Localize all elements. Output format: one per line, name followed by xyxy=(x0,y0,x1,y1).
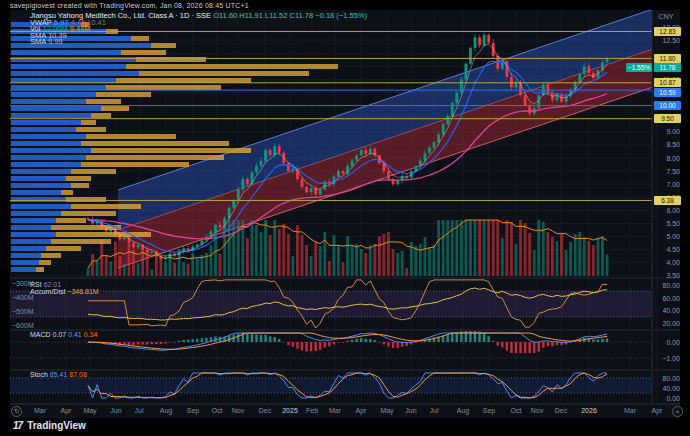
time-axis-label: Jul xyxy=(135,407,144,414)
price-tick: 3.50 xyxy=(648,272,680,279)
chart-overlay: Jiangsu Yahong Meditech Co., Ltd. Class … xyxy=(0,0,690,436)
time-axis-label: Nov xyxy=(232,407,244,414)
price-tick: 5.00 xyxy=(648,233,680,240)
tradingview-logo[interactable]: 17 TradingView xyxy=(13,421,86,431)
time-axis-label: Aug xyxy=(160,407,172,414)
time-axis-label: Feb xyxy=(306,407,318,414)
time-axis-label: Aug xyxy=(457,407,469,414)
price-change-badge: −1.55% xyxy=(626,63,652,72)
price-level-badge: 12.83 xyxy=(654,27,681,36)
legend-value: 9.44M xyxy=(70,24,91,33)
time-axis-label: Oct xyxy=(212,407,223,414)
left-scale-tick: −600M xyxy=(12,322,34,329)
price-level-badge: 6.38 xyxy=(654,196,681,205)
price-tick: 8.50 xyxy=(648,141,680,148)
legend-value: 0.34 xyxy=(84,331,98,338)
price-tick: 7.00 xyxy=(648,181,680,188)
price-tick: 4.00 xyxy=(648,259,680,266)
price-level-badge: 10.87 xyxy=(654,78,681,87)
tradingview-logo-text: TradingView xyxy=(27,421,86,431)
legend-label: MACD xyxy=(30,331,53,338)
price-level-badge: 9.50 xyxy=(654,114,681,123)
indicator-legend-row[interactable]: Stoch 85.41 87.08 xyxy=(30,371,87,378)
legend-value: 85.41 xyxy=(50,371,69,378)
ohlc-close: C11.78 xyxy=(290,11,314,20)
time-axis-label: Jun xyxy=(110,407,121,414)
time-axis-label: Oct xyxy=(511,407,522,414)
time-axis-label: Dec xyxy=(555,407,567,414)
time-axis-label: Apr xyxy=(652,407,663,414)
rsi-scale-tick: 20.00 xyxy=(648,320,680,327)
legend-label: Stoch xyxy=(30,371,50,378)
stoch-scale-tick: 0.00 xyxy=(648,395,680,402)
rsi-scale-tick: 80.00 xyxy=(648,282,680,289)
price-level-badge: 10.59 xyxy=(654,88,681,97)
indicator-legend-row[interactable]: Accum/Dist −346.81M xyxy=(30,288,99,295)
indicator-legend-row[interactable]: SMA 9.99 xyxy=(30,37,63,46)
rsi-scale-tick: 40.00 xyxy=(648,307,680,314)
macd-scale-tick: 0.00 xyxy=(648,339,680,346)
time-axis-label: May xyxy=(83,407,96,414)
time-axis-label: Nov xyxy=(531,407,543,414)
price-tick: 7.50 xyxy=(648,168,680,175)
indicator-legend-row[interactable]: MACD 0.07 0.41 0.34 xyxy=(30,331,97,338)
rsi-scale-tick: 60.00 xyxy=(648,295,680,302)
time-axis-label: Apr xyxy=(356,407,367,414)
legend-value: 87.08 xyxy=(69,371,87,378)
price-tick: 12.50 xyxy=(648,37,680,44)
time-axis-label: 2026 xyxy=(581,407,597,414)
replay-icon[interactable]: ↻ xyxy=(11,406,22,417)
price-level-badge: 11.80 xyxy=(654,54,681,63)
time-axis-label: Sep xyxy=(483,407,495,414)
ohlc-low: L11.52 xyxy=(265,11,287,20)
last-price-badge: 11.78 xyxy=(654,63,681,72)
stoch-scale-tick: 40.00 xyxy=(648,385,680,392)
stoch-scale-tick: 80.00 xyxy=(648,375,680,382)
time-axis-label: Dec xyxy=(259,407,271,414)
time-axis-label: Jul xyxy=(430,407,439,414)
time-axis-label: Apr xyxy=(61,407,72,414)
ohlc-high: H11.91 xyxy=(239,11,263,20)
left-scale-tick: −500M xyxy=(12,308,34,315)
left-scale-tick: −400M xyxy=(12,294,34,301)
price-level-badge: 10.00 xyxy=(654,101,681,110)
macd-scale-tick: −1.00 xyxy=(648,355,680,362)
ohlc-change: −0.18 (−1.55%) xyxy=(315,11,367,20)
time-axis-label: Mar xyxy=(624,407,636,414)
tradingview-logo-icon: 17 xyxy=(13,421,22,431)
screenshot-root: savepigiovest created with TradingView.c… xyxy=(0,0,690,436)
price-tick: 5.50 xyxy=(648,220,680,227)
legend-value: 9.99 xyxy=(48,37,63,46)
price-tick: 4.50 xyxy=(648,246,680,253)
legend-label: SMA xyxy=(30,37,48,46)
legend-label: Accum/Dist xyxy=(30,288,67,295)
legend-value: 0.41 xyxy=(68,331,84,338)
legend-value: 0.07 xyxy=(53,331,69,338)
price-tick: 6.00 xyxy=(648,207,680,214)
price-tick: 9.00 xyxy=(648,128,680,135)
ohlc-open: O11.60 xyxy=(213,11,237,20)
time-axis-label: May xyxy=(380,407,393,414)
time-axis-label: Mar xyxy=(329,407,341,414)
go-to-latest-icon[interactable]: » xyxy=(672,406,683,417)
legend-value: −346.81M xyxy=(67,288,98,295)
price-axis-currency: CNY xyxy=(652,13,680,20)
time-axis-label: Sep xyxy=(187,407,199,414)
time-axis-label: 2025 xyxy=(282,407,298,414)
price-tick: 8.00 xyxy=(648,155,680,162)
left-scale-tick: −300M xyxy=(12,280,34,287)
time-axis-label: Mar xyxy=(34,407,46,414)
time-axis-label: Jun xyxy=(405,407,416,414)
